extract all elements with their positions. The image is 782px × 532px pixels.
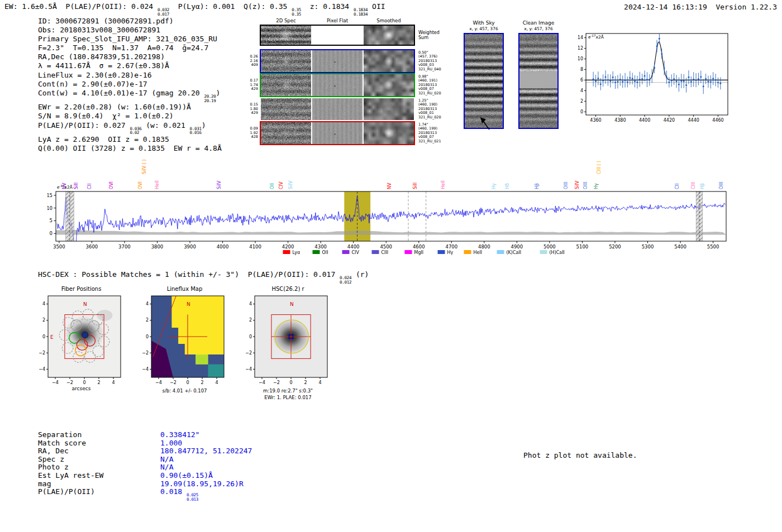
- svg-text:CIII: CIII: [382, 250, 389, 255]
- cutout-image-r0c1: [312, 26, 363, 45]
- svg-text:−4: −4: [155, 380, 162, 385]
- svg-text:HeII: HeII: [474, 250, 483, 255]
- summary-header-t4: z: 0.1834: [301, 2, 354, 11]
- svg-text:5300: 5300: [642, 244, 654, 250]
- info-line-2: Primary Spec_Slot_IFU_AMP: 321_026_035_R…: [38, 35, 222, 44]
- cutout-image-r4c2: [364, 122, 414, 144]
- match-value-6: 19.09(18.95,19.26)R: [160, 480, 244, 488]
- info-line-9: EWr = 2.20(±0.28) (w: 1.60(±0.19))Å: [38, 103, 222, 112]
- info-line-10: S/N = 8.9(±0.4) χ² = 1.0(±0.2): [38, 112, 222, 121]
- svg-text:OIII: OIII: [719, 182, 724, 189]
- info-line-11-t0: P(LAE)/P(OII): 0.027: [38, 121, 130, 130]
- match-row-5: Est LyA rest-EW0.90(±0.15)Å: [38, 472, 252, 480]
- svg-text:4200: 4200: [282, 244, 294, 250]
- svg-text:N: N: [83, 301, 87, 307]
- cutout-image-r0c2: [364, 26, 414, 45]
- svg-text:5: 5: [50, 218, 53, 223]
- with-sky-image: [464, 33, 504, 129]
- svg-text:4: 4: [249, 301, 252, 306]
- info-line-8-t0: Cont(w) = 4.10(±0.01)e-17 (gmag 20.20: [38, 89, 204, 97]
- svg-text:4400: 4400: [639, 118, 650, 123]
- svg-text:SiIV: SiIV: [288, 180, 293, 189]
- hsc-match-line-t0: HSC-DEX : Possible Matches = 1 (within +…: [38, 270, 340, 279]
- detection-arrow-icon: [478, 116, 493, 132]
- match-value-2: 180.847712, 51.202247: [160, 447, 252, 456]
- match-row-6: mag19.09(18.95,19.26)R: [38, 480, 252, 488]
- match-row-4: Photo zN/A: [38, 463, 252, 472]
- match-value-5: 0.90(±0.15)Å: [160, 472, 213, 480]
- svg-text:4000: 4000: [217, 244, 229, 250]
- info-line-3-t0: F=2.3" T=0.135 N=1.37 A=0.74 ḡ=24.7: [38, 44, 208, 52]
- svg-text:−2: −2: [245, 351, 252, 356]
- fiber-xlabel: arcsecs: [32, 386, 130, 391]
- svg-text:0: 0: [50, 231, 53, 236]
- lineflux-map-title: Lineflux Map: [136, 286, 233, 292]
- svg-text:CIV: CIV: [279, 181, 284, 189]
- info-line-11-t2: (w: 0.021: [141, 121, 189, 130]
- svg-text:4: 4: [112, 380, 115, 385]
- cutout-row-1: [260, 49, 415, 73]
- match-label-4: Photo z: [38, 463, 160, 472]
- match-value-4: N/A: [160, 463, 173, 472]
- match-value-2-t0: 180.847712, 51.202247: [160, 447, 252, 455]
- svg-text:OII: OII: [270, 183, 275, 189]
- match-row-0: Separation0.338412": [38, 431, 252, 439]
- svg-text:HeII: HeII: [155, 180, 160, 189]
- match-value-7-hilo1: 0.0250.013: [187, 493, 198, 502]
- svg-text:N: N: [187, 301, 190, 307]
- svg-text:3700: 3700: [118, 244, 131, 250]
- hsc-caption-1: m:19.0 re:2.7" s:0.3": [239, 388, 337, 394]
- full-spectrum-chart: 3500360037003800390040004100420043004400…: [47, 150, 733, 264]
- with-sky-title: With Sky: [464, 20, 504, 26]
- svg-text:Hδ: Hδ: [505, 183, 510, 189]
- svg-text:2: 2: [201, 380, 203, 385]
- match-label-2: RA, Dec: [38, 447, 160, 456]
- match-value-7: 0.018 0.0250.013: [160, 488, 198, 502]
- match-value-1-t0: 1.000: [160, 439, 182, 447]
- detection-info-block: ID: 3000672891 (3000672891.pdf)Obs: 2018…: [38, 17, 222, 153]
- info-line-8: Cont(w) = 4.10(±0.01)e-17 (gmag 20.20 20…: [38, 89, 222, 103]
- svg-text:15: 15: [47, 193, 53, 198]
- match-label-5: Est LyA rest-EW: [38, 472, 160, 480]
- cutout-row-3: [260, 97, 415, 121]
- summary-header-t0: EW: 1.6±0.5Å P(LAE)/P(OII): 0.024: [4, 2, 158, 11]
- match-row-7: P(LAE)/P(OII)0.018 0.0250.013: [38, 488, 252, 502]
- svg-text:MgII: MgII: [414, 250, 424, 255]
- info-line-7-t0: Cont(n) = 2.90(±0.07)e-17: [38, 80, 147, 88]
- svg-text:4: 4: [318, 380, 321, 385]
- with-sky-coords: x, y: 457, 376: [464, 26, 504, 31]
- col-title-pixelflat: Pixel Flat: [312, 18, 363, 23]
- fiber-positions-plot: NE−4−4−2−2002244: [27, 293, 127, 386]
- lineflux-map-plot: N−4−4−2−2002244: [130, 293, 231, 386]
- with-sky-panel: With Sky x, y: 457, 376: [464, 20, 504, 129]
- svg-text:3800: 3800: [151, 244, 164, 250]
- info-line-4-t0: RA,Dec (180.847839,51.202198): [38, 52, 165, 61]
- svg-text:4500: 4500: [380, 244, 392, 250]
- info-line-0-t0: ID: 3000672891 (3000672891.pdf): [38, 17, 174, 25]
- svg-text:4: 4: [215, 380, 218, 385]
- svg-text:0: 0: [289, 380, 292, 385]
- svg-text:3900: 3900: [184, 244, 196, 250]
- match-value-4-t0: N/A: [160, 463, 173, 471]
- cutout-left-meta-4: 0.091.92428: [246, 121, 258, 145]
- svg-text:OIII: OIII: [564, 182, 569, 189]
- svg-text:Hγ: Hγ: [492, 183, 497, 189]
- info-line-6: LineFlux = 2.30(±0.28)e-16: [38, 71, 222, 80]
- svg-text:HeII: HeII: [441, 180, 446, 189]
- fiber-positions-title: Fiber Positions: [32, 286, 130, 292]
- match-label-1: Match score: [38, 439, 160, 448]
- svg-text:OIII: OIII: [583, 182, 588, 189]
- svg-text:5400: 5400: [674, 244, 686, 250]
- svg-text:OVI: OVI: [109, 181, 114, 189]
- svg-text:10: 10: [47, 205, 53, 211]
- svg-text:0: 0: [146, 334, 149, 339]
- match-value-3-t0: N/A: [160, 455, 173, 463]
- summary-header: EW: 1.6±0.5Å P(LAE)/P(OII): 0.024 0.0320…: [4, 2, 385, 17]
- svg-text:4: 4: [580, 88, 583, 93]
- svg-text:4800: 4800: [478, 244, 490, 250]
- clean-image: [518, 33, 559, 129]
- svg-text:−2: −2: [39, 351, 45, 356]
- info-line-0: ID: 3000672891 (3000672891.pdf): [38, 17, 222, 26]
- line-fit-chart: 43604380440044204440446002468101214e-17x…: [578, 27, 735, 127]
- info-line-1-t0: Obs: 20180313v008_3000672891: [38, 26, 160, 34]
